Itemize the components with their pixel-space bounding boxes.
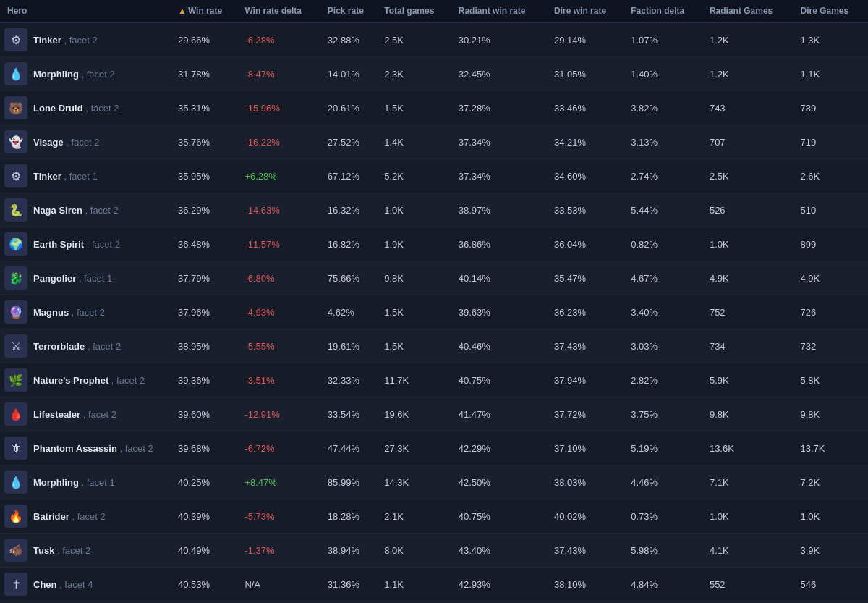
hero-name: Visage <box>33 137 64 148</box>
win-rate: 39.68% <box>174 431 240 465</box>
pick-rate: 27.52% <box>323 125 380 159</box>
hero-facet: , facet 4 <box>59 579 93 590</box>
hero-icon: ✝ <box>4 573 27 596</box>
total-games: 1.5K <box>380 295 454 329</box>
table-row[interactable]: 🐍 Naga Siren , facet 2 36.29%-14.63%16.3… <box>0 193 868 227</box>
radiant-win-rate: 41.47% <box>454 397 550 431</box>
radiant-games: 743 <box>705 91 796 125</box>
win-rate: 35.76% <box>174 125 240 159</box>
hero-name: Pangolier <box>33 273 76 284</box>
col-header-total_games[interactable]: Total games <box>380 0 454 22</box>
table-row[interactable]: 🌍 Earth Spirit , facet 2 36.48%-11.57%16… <box>0 227 868 261</box>
pick-rate: 32.88% <box>323 22 380 57</box>
radiant-win-rate: 36.86% <box>454 227 550 261</box>
total-games: 9.8K <box>380 261 454 295</box>
hero-facet: , facet 2 <box>88 341 121 352</box>
table-row[interactable]: ⚙ Tinker , facet 2 29.66%-6.28%32.88%2.5… <box>0 22 868 57</box>
pick-rate: 75.66% <box>323 261 380 295</box>
table-row[interactable]: 🔮 Magnus , facet 2 37.96%-4.93%4.62%1.5K… <box>0 295 868 329</box>
col-header-dire_games[interactable]: Dire Games <box>796 0 868 22</box>
radiant-win-rate: 39.63% <box>454 295 550 329</box>
hero-facet: , facet 2 <box>64 35 97 46</box>
dire-win-rate: 33.46% <box>550 91 626 125</box>
total-games: 1.1K <box>380 568 454 602</box>
win-rate: 39.60% <box>174 397 240 431</box>
total-games: 2.3K <box>380 57 454 91</box>
radiant-games: 752 <box>705 295 796 329</box>
hero-icon: 💧 <box>4 62 27 85</box>
hero-facet: , facet 2 <box>87 239 120 250</box>
radiant-games: 1.0K <box>705 499 796 534</box>
col-header-faction_delta[interactable]: Faction delta <box>626 0 705 22</box>
win-rate-delta: -14.63% <box>240 193 323 227</box>
table-row[interactable]: 🌿 Nature's Prophet , facet 2 39.36%-3.51… <box>0 363 868 397</box>
hero-cell-10: 🌿 Nature's Prophet , facet 2 <box>0 363 174 397</box>
radiant-win-rate: 40.46% <box>454 329 550 363</box>
faction-delta: 2.74% <box>626 159 705 193</box>
total-games: 1.5K <box>380 329 454 363</box>
dire-win-rate: 37.43% <box>550 329 626 363</box>
win-rate: 37.79% <box>174 261 240 295</box>
table-row[interactable]: ✝ Chen , facet 4 40.53%N/A31.36%1.1K42.9… <box>0 568 868 602</box>
dire-win-rate: 31.05% <box>550 57 626 91</box>
win-rate-delta: -4.93% <box>240 295 323 329</box>
table-row[interactable]: 🩸 Lifestealer , facet 2 39.60%-12.91%33.… <box>0 397 868 431</box>
dire-win-rate: 38.10% <box>550 568 626 602</box>
hero-facet: , facet 1 <box>81 477 114 488</box>
hero-cell-3: 👻 Visage , facet 2 <box>0 125 174 159</box>
dire-games: 732 <box>796 329 868 363</box>
hero-cell-0: ⚙ Tinker , facet 2 <box>0 23 174 56</box>
pick-rate: 19.61% <box>323 329 380 363</box>
faction-delta: 0.73% <box>626 499 705 534</box>
hero-icon: 🩸 <box>4 402 27 426</box>
table-row[interactable]: 🐉 Pangolier , facet 1 37.79%-6.80%75.66%… <box>0 261 868 295</box>
table-row[interactable]: 🐻 Lone Druid , facet 2 35.31%-15.96%20.6… <box>0 91 868 125</box>
col-header-hero[interactable]: Hero <box>0 0 174 22</box>
win-rate: 40.39% <box>174 499 240 534</box>
table-row[interactable]: 💧 Morphling , facet 1 40.25%+8.47%85.99%… <box>0 465 868 499</box>
win-rate-delta: -12.91% <box>240 397 323 431</box>
dire-win-rate: 37.43% <box>550 534 626 568</box>
table-row[interactable]: 🐗 Tusk , facet 2 40.49%-1.37%38.94%8.0K4… <box>0 534 868 568</box>
col-header-radiant_win_rate[interactable]: Radiant win rate <box>454 0 550 22</box>
pick-rate: 67.12% <box>323 159 380 193</box>
radiant-games: 552 <box>705 568 796 602</box>
dire-win-rate: 29.14% <box>550 22 626 57</box>
table-row[interactable]: ⚙ Tinker , facet 1 35.95%+6.28%67.12%5.2… <box>0 159 868 193</box>
table-row[interactable]: ⚔ Terrorblade , facet 2 38.95%-5.55%19.6… <box>0 329 868 363</box>
hero-name: Magnus <box>33 307 69 318</box>
faction-delta: 5.19% <box>626 431 705 465</box>
radiant-win-rate: 38.97% <box>454 193 550 227</box>
radiant-win-rate: 40.75% <box>454 363 550 397</box>
hero-icon: 🌿 <box>4 368 27 392</box>
win-rate-delta: -1.37% <box>240 534 323 568</box>
pick-rate: 85.99% <box>323 465 380 499</box>
table-row[interactable]: 🔥 Batrider , facet 2 40.39%-5.73%18.28%2… <box>0 499 868 534</box>
win-rate-delta: +8.47% <box>240 465 323 499</box>
radiant-win-rate: 30.21% <box>454 22 550 57</box>
table-row[interactable]: 💧 Morphling , facet 2 31.78%-8.47%14.01%… <box>0 57 868 91</box>
win-rate: 40.49% <box>174 534 240 568</box>
win-rate-delta: +6.28% <box>240 159 323 193</box>
hero-cell-13: 💧 Morphling , facet 1 <box>0 465 174 499</box>
col-header-win_rate_delta[interactable]: Win rate delta <box>240 0 323 22</box>
col-header-radiant_games[interactable]: Radiant Games <box>705 0 796 22</box>
hero-icon: 🗡 <box>4 437 27 460</box>
hero-name: Tinker <box>33 171 61 182</box>
hero-icon: 🐻 <box>4 96 27 119</box>
pick-rate: 32.33% <box>323 363 380 397</box>
col-header-win_rate[interactable]: ▲Win rate <box>174 0 240 22</box>
hero-icon: 🔮 <box>4 300 27 324</box>
win-rate-delta: -6.72% <box>240 431 323 465</box>
table-row[interactable]: 🗡 Phantom Assassin , facet 2 39.68%-6.72… <box>0 431 868 465</box>
total-games: 2.5K <box>380 22 454 57</box>
radiant-games: 1.2K <box>705 22 796 57</box>
dire-games: 510 <box>796 193 868 227</box>
total-games: 19.6K <box>380 397 454 431</box>
hero-name: Nature's Prophet <box>33 375 109 386</box>
col-header-dire_win_rate[interactable]: Dire win rate <box>550 0 626 22</box>
table-row[interactable]: 👻 Visage , facet 2 35.76%-16.22%27.52%1.… <box>0 125 868 159</box>
hero-facet: , facet 2 <box>111 375 145 386</box>
hero-icon: 🔥 <box>4 505 27 528</box>
col-header-pick_rate[interactable]: Pick rate <box>323 0 380 22</box>
